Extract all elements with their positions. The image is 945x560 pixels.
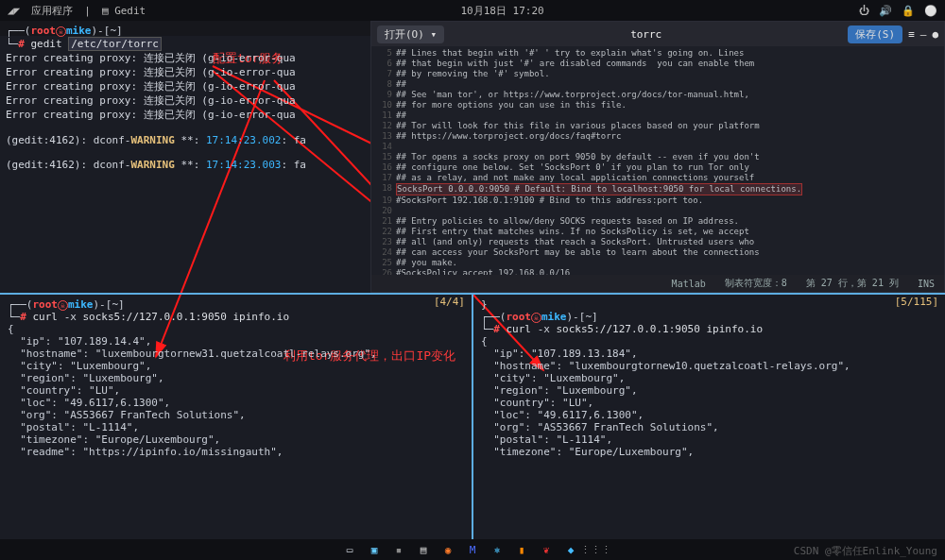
watermark: CSDN @零信任Enlink_Young (794, 544, 937, 558)
editor-title: torrc (630, 28, 662, 41)
gedit-command: gedit (31, 38, 62, 50)
metasploit-icon[interactable]: M (464, 541, 481, 558)
save-button[interactable]: 保存(S) (848, 25, 902, 43)
power-icon[interactable]: ⚪ (924, 5, 937, 17)
terminal-icon[interactable]: ▪ (390, 541, 407, 558)
gedit-editor-window: 打开(O) ▾ torrc 保存(S) ≡ — ● 5## Lines that… (370, 21, 945, 293)
terminal-bottom-left[interactable]: [4/4] ┌──(root☠mike)-[~] └─# curl -x soc… (0, 295, 473, 539)
clock: 10月18日 17:20 (146, 4, 859, 18)
desktop-top-bar: ◢◤ 应用程序 | ▤ Gedit 10月18日 17:20 ⏻ 🔊 🔒 ⚪ (0, 0, 945, 21)
app-icon[interactable]: ▮ (513, 541, 530, 558)
editor-status-bar: Matlab 制表符宽度：8 第 27 行，第 21 列 INS (371, 275, 944, 292)
terminal-top[interactable]: ┌──(root☠mike)-[~] └─# gedit /etc/tor/to… (0, 21, 369, 293)
minimize-btn[interactable]: — (920, 28, 927, 41)
wireshark-icon[interactable]: ◆ (562, 541, 579, 558)
hamburger-icon[interactable]: ≡ (908, 28, 915, 41)
close-btn[interactable]: ● (932, 28, 938, 41)
all-apps-icon[interactable]: ⋮⋮⋮ (587, 541, 604, 558)
editor-icon[interactable]: ▤ (415, 541, 432, 558)
open-button[interactable]: 打开(O) ▾ (377, 25, 444, 43)
editor-body[interactable]: 5## Lines that begin with '#' ' try to e… (371, 46, 944, 275)
torrc-path: /etc/tor/torrc (68, 37, 162, 51)
burp-icon[interactable]: ⎈ (489, 541, 506, 558)
lock-icon[interactable]: 🔒 (902, 5, 915, 17)
network-icon[interactable]: ⏻ (859, 5, 869, 17)
brace: } (481, 298, 937, 311)
proxy-error-1: Error creating proxy: 连接已关闭 (g-io-error-… (6, 51, 363, 65)
app-name-label: ▤ Gedit (102, 5, 146, 17)
show-desktop-icon[interactable]: ▭ (341, 541, 358, 558)
tmux-pane-index-left: [4/4] (433, 295, 466, 309)
terminal-bottom-right[interactable]: [5/115] } ┌──(root☠mike)-[~] └─# curl -x… (473, 295, 945, 539)
speaker-icon[interactable]: 🔊 (879, 5, 892, 17)
tmux-pane-index-right: [5/115] (894, 295, 939, 309)
firefox-icon[interactable]: ◉ (439, 541, 456, 558)
kali-logo-icon: ◢◤ (8, 5, 20, 17)
cherry-icon[interactable]: ❦ (538, 541, 555, 558)
applications-menu[interactable]: 应用程序 (31, 4, 73, 18)
files-icon[interactable]: ▣ (366, 541, 383, 558)
